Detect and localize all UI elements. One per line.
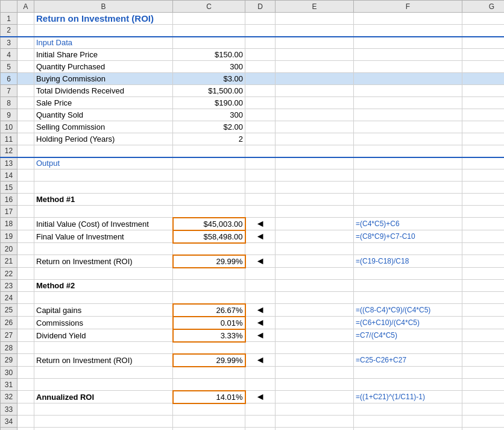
cell-b[interactable]: Return on Investment (ROI) (34, 354, 173, 367)
cell-c[interactable]: $45,003.00 (173, 218, 245, 230)
cell-c[interactable] (173, 379, 245, 391)
cell-c[interactable] (173, 280, 245, 292)
cell-b[interactable] (34, 169, 173, 182)
cell-a[interactable] (17, 428, 34, 431)
cell-a[interactable] (17, 416, 34, 428)
cell-c[interactable] (173, 243, 245, 255)
cell-a[interactable] (17, 13, 34, 25)
cell-b[interactable] (34, 379, 173, 391)
cell-a[interactable] (17, 329, 34, 342)
col-f-header[interactable]: F (354, 1, 462, 13)
cell-b[interactable] (34, 268, 173, 280)
col-e-header[interactable]: E (276, 1, 354, 13)
cell-b[interactable]: Quantity Sold (34, 109, 173, 121)
cell-a[interactable] (17, 49, 34, 61)
cell-b[interactable] (34, 403, 173, 416)
col-a-header[interactable]: A (17, 1, 34, 13)
cell-c[interactable]: $1,500.00 (173, 85, 245, 97)
cell-b[interactable]: Annualized ROI (34, 391, 173, 403)
cell-b[interactable]: Method #2 (34, 280, 173, 292)
cell-c[interactable]: 300 (173, 109, 245, 121)
cell-a[interactable] (17, 268, 34, 280)
cell-c[interactable] (173, 13, 245, 25)
cell-b[interactable]: Initial Share Price (34, 49, 173, 61)
cell-a[interactable] (17, 182, 34, 194)
cell-c[interactable] (173, 182, 245, 194)
cell-c[interactable]: $3.00 (173, 73, 245, 85)
cell-b[interactable]: Output (34, 157, 173, 169)
cell-a[interactable] (17, 342, 34, 354)
cell-c[interactable]: $150.00 (173, 49, 245, 61)
cell-a[interactable] (17, 145, 34, 157)
cell-b[interactable] (34, 145, 173, 157)
cell-b[interactable] (34, 25, 173, 37)
cell-b[interactable] (34, 428, 173, 431)
cell-c[interactable] (173, 25, 245, 37)
col-d-header[interactable]: D (245, 1, 276, 13)
cell-a[interactable] (17, 97, 34, 109)
cell-a[interactable] (17, 243, 34, 255)
cell-b[interactable] (34, 182, 173, 194)
cell-b[interactable]: Quantity Purchased (34, 61, 173, 73)
cell-a[interactable] (17, 25, 34, 37)
cell-c[interactable] (173, 292, 245, 304)
cell-c[interactable] (173, 145, 245, 157)
cell-c[interactable]: $190.00 (173, 97, 245, 109)
cell-b[interactable]: Return on Investment (ROI) (34, 13, 173, 25)
cell-a[interactable] (17, 206, 34, 218)
cell-c[interactable]: 29.99% (173, 354, 245, 367)
cell-c[interactable]: 2 (173, 133, 245, 145)
cell-c[interactable] (173, 268, 245, 280)
cell-c[interactable] (173, 367, 245, 379)
cell-b[interactable] (34, 292, 173, 304)
cell-b[interactable]: Final Value of Investment (34, 230, 173, 243)
cell-a[interactable] (17, 61, 34, 73)
cell-c[interactable]: $58,498.00 (173, 230, 245, 243)
cell-a[interactable] (17, 133, 34, 145)
cell-a[interactable] (17, 354, 34, 367)
cell-c[interactable]: 29.99% (173, 255, 245, 268)
cell-a[interactable] (17, 280, 34, 292)
cell-c[interactable] (173, 37, 245, 49)
cell-b[interactable]: Capital gains (34, 304, 173, 317)
cell-b[interactable]: Total Dividends Received (34, 85, 173, 97)
col-g-header[interactable]: G (462, 1, 505, 13)
cell-b[interactable] (34, 243, 173, 255)
cell-a[interactable] (17, 317, 34, 329)
cell-c[interactable]: $2.00 (173, 121, 245, 133)
cell-c[interactable] (173, 403, 245, 416)
cell-c[interactable] (173, 428, 245, 431)
cell-b[interactable]: Method #1 (34, 194, 173, 206)
cell-a[interactable] (17, 169, 34, 182)
cell-c[interactable]: 300 (173, 61, 245, 73)
cell-a[interactable] (17, 391, 34, 403)
cell-c[interactable]: 3.33% (173, 329, 245, 342)
cell-c[interactable]: 0.01% (173, 317, 245, 329)
cell-b[interactable]: Sale Price (34, 97, 173, 109)
cell-b[interactable]: Commissions (34, 317, 173, 329)
cell-b[interactable]: Input Data (34, 37, 173, 49)
cell-a[interactable] (17, 218, 34, 230)
cell-a[interactable] (17, 85, 34, 97)
cell-b[interactable]: Initial Value (Cost) of Investment (34, 218, 173, 230)
cell-c[interactable] (173, 194, 245, 206)
cell-c[interactable]: 26.67% (173, 304, 245, 317)
cell-b[interactable] (34, 416, 173, 428)
col-c-header[interactable]: C (173, 1, 245, 13)
cell-c[interactable]: 14.01% (173, 391, 245, 403)
cell-a[interactable] (17, 109, 34, 121)
cell-a[interactable] (17, 37, 34, 49)
cell-a[interactable] (17, 230, 34, 243)
cell-a[interactable] (17, 367, 34, 379)
cell-c[interactable] (173, 342, 245, 354)
cell-a[interactable] (17, 292, 34, 304)
cell-a[interactable] (17, 157, 34, 169)
cell-a[interactable] (17, 194, 34, 206)
cell-a[interactable] (17, 403, 34, 416)
cell-b[interactable]: Dividend Yield (34, 329, 173, 342)
cell-b[interactable]: Buying Commission (34, 73, 173, 85)
cell-a[interactable] (17, 73, 34, 85)
cell-b[interactable]: Return on Investment (ROI) (34, 255, 173, 268)
col-b-header[interactable]: B (34, 1, 173, 13)
cell-b[interactable] (34, 367, 173, 379)
